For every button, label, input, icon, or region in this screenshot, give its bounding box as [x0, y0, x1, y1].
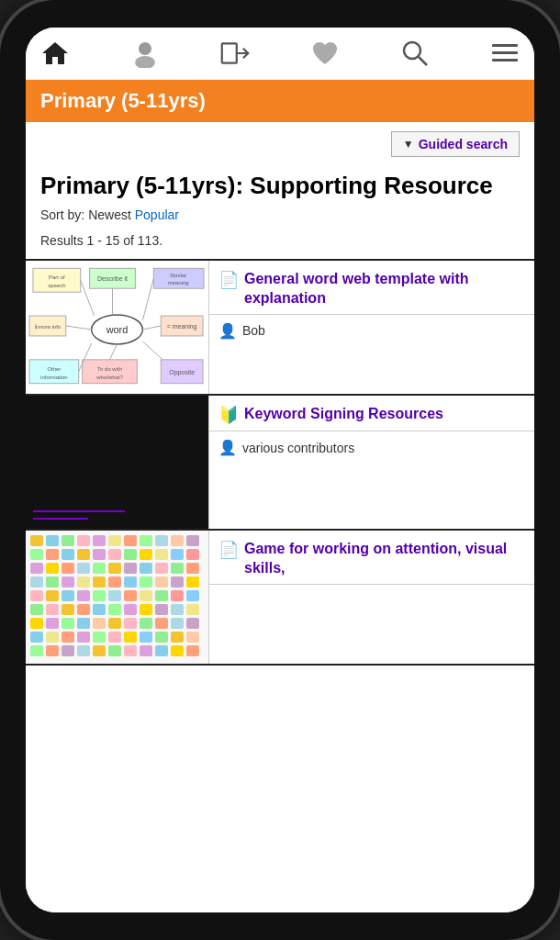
svg-rect-108: [30, 618, 43, 629]
svg-rect-103: [124, 604, 137, 615]
svg-rect-64: [30, 563, 43, 574]
svg-rect-43: [46, 535, 59, 546]
login-icon[interactable]: [220, 39, 250, 68]
svg-rect-70: [124, 563, 137, 574]
search-icon[interactable]: [400, 39, 430, 68]
svg-marker-0: [42, 42, 68, 64]
sort-popular-link[interactable]: Popular: [135, 207, 179, 222]
resource-item: word Part of speech Describe it Similar: [26, 261, 534, 396]
svg-text:Opposite: Opposite: [169, 369, 195, 376]
home-icon[interactable]: [40, 39, 70, 68]
svg-rect-58: [108, 549, 121, 560]
svg-rect-48: [124, 535, 137, 546]
resource-thumbnail-2: [26, 396, 209, 529]
svg-rect-105: [155, 604, 168, 615]
svg-rect-93: [140, 590, 152, 601]
svg-rect-128: [171, 632, 184, 643]
svg-rect-76: [46, 576, 59, 588]
svg-rect-46: [93, 535, 106, 546]
svg-rect-83: [155, 576, 168, 588]
svg-rect-72: [155, 563, 168, 574]
svg-rect-69: [108, 563, 121, 574]
svg-rect-68: [93, 563, 106, 574]
svg-rect-89: [77, 590, 90, 601]
svg-rect-73: [171, 563, 184, 574]
resource-title-3[interactable]: Game for working on attention, visual sk…: [244, 540, 525, 578]
svg-rect-88: [62, 590, 74, 601]
svg-rect-116: [155, 618, 168, 629]
resource-author-row-2: 👤 various contributors: [209, 431, 534, 464]
svg-rect-130: [30, 645, 43, 656]
svg-text:Part of: Part of: [49, 274, 65, 280]
svg-rect-140: [186, 645, 199, 656]
svg-rect-134: [93, 645, 106, 656]
svg-rect-133: [77, 645, 90, 656]
svg-text:meaning: meaning: [168, 280, 189, 285]
svg-rect-77: [62, 576, 74, 588]
svg-rect-100: [77, 604, 90, 615]
svg-rect-92: [124, 590, 137, 601]
nav-bar: [26, 28, 534, 80]
svg-rect-114: [124, 618, 137, 629]
svg-text:who/what?: who/what?: [95, 375, 123, 380]
svg-rect-82: [140, 576, 152, 588]
svg-rect-106: [171, 604, 184, 615]
content-area[interactable]: ▼ Guided search Primary (5-11yrs): Suppo…: [26, 122, 534, 912]
svg-rect-52: [186, 535, 199, 546]
resource-title-row-3: 📄 Game for working on attention, visual …: [209, 531, 534, 585]
svg-rect-109: [46, 618, 59, 629]
svg-rect-55: [62, 549, 74, 560]
game-thumb-svg: [26, 531, 209, 664]
profile-icon[interactable]: [130, 39, 160, 68]
svg-text:To do with: To do with: [97, 366, 122, 372]
user-icon-2: 👤: [218, 439, 237, 456]
resource-info-3: 📄 Game for working on attention, visual …: [209, 531, 534, 664]
favorites-icon[interactable]: [310, 39, 340, 68]
svg-rect-7: [492, 44, 518, 47]
svg-rect-57: [93, 549, 106, 560]
svg-text:Other: Other: [47, 366, 61, 372]
svg-rect-85: [186, 576, 199, 588]
resource-title-2[interactable]: Keyword Signing Resources: [244, 405, 443, 424]
svg-rect-3: [222, 43, 237, 62]
results-count: Results 1 - 15 of 113.: [26, 226, 534, 261]
svg-rect-84: [171, 576, 184, 588]
svg-rect-112: [93, 618, 106, 629]
svg-rect-42: [30, 535, 43, 546]
svg-rect-65: [46, 563, 59, 574]
signing-line-1: [33, 510, 125, 512]
svg-rect-78: [77, 576, 90, 588]
svg-rect-50: [155, 535, 168, 546]
svg-rect-51: [171, 535, 184, 546]
phone-screen: Primary (5-11yrs) ▼ Guided search Primar…: [26, 28, 534, 912]
svg-rect-107: [186, 604, 199, 615]
menu-icon[interactable]: [490, 39, 520, 68]
resource-thumbnail-3: [26, 531, 209, 664]
svg-rect-63: [186, 549, 199, 560]
svg-rect-125: [124, 632, 137, 643]
svg-rect-86: [30, 590, 43, 601]
svg-rect-74: [186, 563, 199, 574]
word-web-svg: word Part of speech Describe it Similar: [26, 261, 208, 394]
svg-rect-67: [77, 563, 90, 574]
svg-rect-102: [108, 604, 121, 615]
svg-rect-95: [171, 590, 184, 601]
svg-rect-44: [62, 535, 74, 546]
svg-rect-123: [93, 632, 106, 643]
svg-rect-101: [93, 604, 106, 615]
guided-search-button[interactable]: ▼ Guided search: [391, 131, 520, 157]
svg-rect-54: [46, 549, 59, 560]
svg-rect-136: [124, 645, 137, 656]
svg-rect-104: [140, 604, 152, 615]
guided-search-row: ▼ Guided search: [26, 122, 534, 162]
svg-rect-115: [140, 618, 152, 629]
svg-rect-121: [62, 632, 74, 643]
svg-rect-122: [77, 632, 90, 643]
svg-rect-49: [140, 535, 152, 546]
page-title: Primary (5-11yrs): Supporting Resource: [26, 162, 534, 204]
resource-title-1[interactable]: General word web template with explanati…: [244, 270, 525, 308]
svg-rect-56: [77, 549, 90, 560]
svg-rect-47: [108, 535, 121, 546]
svg-rect-98: [46, 604, 59, 615]
resource-item-3: 📄 Game for working on attention, visual …: [26, 531, 534, 666]
